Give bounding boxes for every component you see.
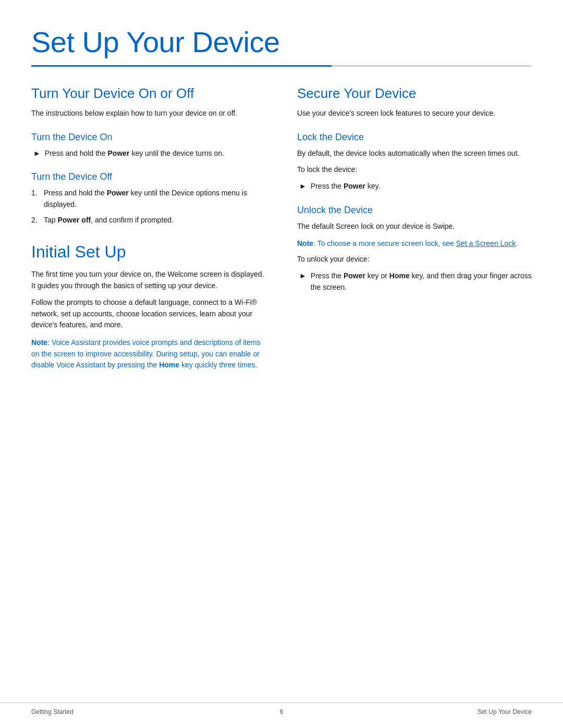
footer-right: Set Up Your Device	[478, 708, 532, 715]
step-number-1: 1.	[31, 188, 41, 210]
column-left: Turn Your Device On or Off The instructi…	[31, 85, 266, 375]
page-title: Set Up Your Device	[31, 25, 532, 59]
secure-intro: Use your device's screen lock features t…	[297, 108, 532, 119]
step-number-2: 2.	[31, 215, 41, 226]
turn-on-bullet-text: Press and hold the Power key until the d…	[45, 148, 224, 159]
unlock-bullet-text: Press the Power key or Home key, and the…	[311, 270, 532, 293]
initial-setup-heading: Initial Set Up	[31, 242, 266, 262]
turn-off-step-2: 2. Tap Power off, and confirm if prompte…	[31, 215, 266, 226]
unlock-bullet-arrow-icon: ►	[299, 270, 307, 282]
initial-setup-note: Note: Voice Assistant provides voice pro…	[31, 337, 266, 371]
two-column-layout: Turn Your Device On or Off The instructi…	[31, 85, 532, 375]
unlock-note: Note: To choose a more secure screen loc…	[297, 238, 532, 250]
column-right: Secure Your Device Use your device's scr…	[297, 85, 532, 375]
unlock-note-end: .	[516, 239, 518, 248]
unlock-para1: The default Screen lock on your device i…	[297, 221, 532, 232]
footer-left: Getting Started	[31, 708, 74, 715]
note-body: : Voice Assistant provides voice prompts…	[31, 338, 261, 369]
lock-bullet: ► Press the Power key.	[297, 181, 532, 192]
turn-on-bullet: ► Press and hold the Power key until the…	[31, 148, 266, 159]
lock-bullet-arrow-icon: ►	[299, 181, 307, 192]
turn-off-step-1-text: Press and hold the Power key until the D…	[44, 188, 266, 210]
lock-para1: By default, the device locks automatical…	[297, 148, 532, 159]
lock-bullet-text: Press the Power key.	[311, 181, 381, 192]
bullet-arrow-icon: ►	[33, 148, 41, 159]
initial-setup-para1: The first time you turn your device on, …	[31, 269, 266, 291]
lock-para2: To lock the device:	[297, 164, 532, 176]
unlock-note-body: : To choose a more secure screen lock, s…	[313, 239, 456, 248]
initial-setup-section: Initial Set Up The first time you turn y…	[31, 242, 266, 371]
unlock-para2: To unlock your device:	[297, 254, 532, 265]
turn-on-off-heading: Turn Your Device On or Off	[31, 85, 266, 102]
turn-off-list: 1. Press and hold the Power key until th…	[31, 188, 266, 226]
unlock-note-label: Note	[297, 239, 313, 248]
set-screen-lock-link[interactable]: Set a Screen Lock	[456, 239, 516, 248]
page-wrapper: Set Up Your Device Turn Your Device On o…	[0, 0, 563, 728]
unlock-subheading: Unlock the Device	[297, 205, 532, 216]
turn-on-subheading: Turn the Device On	[31, 132, 266, 143]
turn-on-off-intro: The instructions below explain how to tu…	[31, 108, 266, 119]
turn-off-step-2-text: Tap Power off, and confirm if prompted.	[44, 215, 174, 226]
turn-off-step-1: 1. Press and hold the Power key until th…	[31, 188, 266, 210]
turn-off-subheading: Turn the Device Off	[31, 171, 266, 182]
footer-center: 6	[280, 708, 284, 715]
title-divider	[31, 65, 532, 67]
footer: Getting Started 6 Set Up Your Device	[0, 702, 563, 715]
lock-subheading: Lock the Device	[297, 132, 532, 143]
initial-setup-para2: Follow the prompts to choose a default l…	[31, 297, 266, 331]
note-label: Note	[31, 338, 47, 347]
unlock-bullet: ► Press the Power key or Home key, and t…	[297, 270, 532, 293]
secure-heading: Secure Your Device	[297, 85, 532, 102]
